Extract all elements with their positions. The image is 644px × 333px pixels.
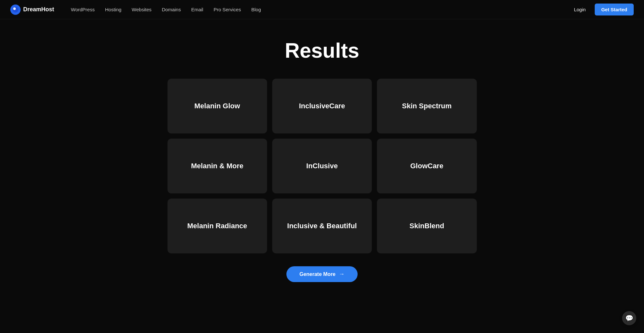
result-card-label-inclusive-care: InclusiveCare: [299, 102, 345, 110]
result-card-inclusive-care[interactable]: InclusiveCare: [272, 79, 372, 133]
result-card-label-skin-blend: SkinBlend: [409, 222, 444, 230]
generate-more-button[interactable]: Generate More →: [286, 266, 357, 282]
result-card-skin-blend[interactable]: SkinBlend: [377, 199, 476, 253]
nav-item-wordpress[interactable]: WordPress: [67, 4, 99, 15]
nav-item-blog[interactable]: Blog: [247, 4, 265, 15]
result-card-skin-spectrum[interactable]: Skin Spectrum: [377, 79, 476, 133]
generate-more-label: Generate More: [299, 271, 335, 277]
nav-item-websites[interactable]: Websites: [128, 4, 155, 15]
result-card-label-glow-care: GlowCare: [410, 162, 443, 170]
result-card-melanin-radiance[interactable]: Melanin Radiance: [168, 199, 267, 253]
dreamhost-logo-icon: [10, 5, 21, 15]
chat-icon: 💬: [625, 314, 633, 322]
result-card-inclusive-beautiful[interactable]: Inclusive & Beautiful: [272, 199, 372, 253]
results-grid: Melanin GlowInclusiveCareSkin SpectrumMe…: [168, 79, 477, 253]
result-card-label-melanin-radiance: Melanin Radiance: [187, 222, 247, 230]
brand-logo[interactable]: DreamHost: [10, 5, 54, 15]
nav-item-domains[interactable]: Domains: [158, 4, 185, 15]
login-button[interactable]: Login: [570, 4, 590, 15]
result-card-label-melanin-glow: Melanin Glow: [194, 102, 240, 110]
page-title: Results: [168, 39, 477, 63]
arrow-right-icon: →: [339, 271, 345, 278]
navbar-actions: Login Get Started: [570, 4, 634, 15]
result-card-inclusive[interactable]: InClusive: [272, 139, 372, 193]
nav-item-email[interactable]: Email: [187, 4, 207, 15]
nav-item-hosting[interactable]: Hosting: [101, 4, 125, 15]
result-card-label-skin-spectrum: Skin Spectrum: [402, 102, 452, 110]
result-card-glow-care[interactable]: GlowCare: [377, 139, 476, 193]
svg-point-2: [13, 7, 16, 10]
get-started-button[interactable]: Get Started: [595, 4, 634, 15]
result-card-label-inclusive: InClusive: [306, 162, 338, 170]
navbar: DreamHost WordPressHostingWebsitesDomain…: [0, 0, 644, 19]
main-content: Results Melanin GlowInclusiveCareSkin Sp…: [161, 19, 483, 308]
result-card-melanin-glow[interactable]: Melanin Glow: [168, 79, 267, 133]
chat-bubble-button[interactable]: 💬: [622, 311, 636, 325]
result-card-label-melanin-more: Melanin & More: [191, 162, 244, 170]
nav-item-pro-services[interactable]: Pro Services: [210, 4, 245, 15]
brand-name: DreamHost: [23, 6, 54, 13]
svg-point-1: [13, 7, 18, 13]
generate-more-wrapper: Generate More →: [168, 266, 477, 282]
nav-links: WordPressHostingWebsitesDomainsEmailPro …: [67, 4, 570, 15]
result-card-melanin-more[interactable]: Melanin & More: [168, 139, 267, 193]
result-card-label-inclusive-beautiful: Inclusive & Beautiful: [287, 222, 357, 230]
